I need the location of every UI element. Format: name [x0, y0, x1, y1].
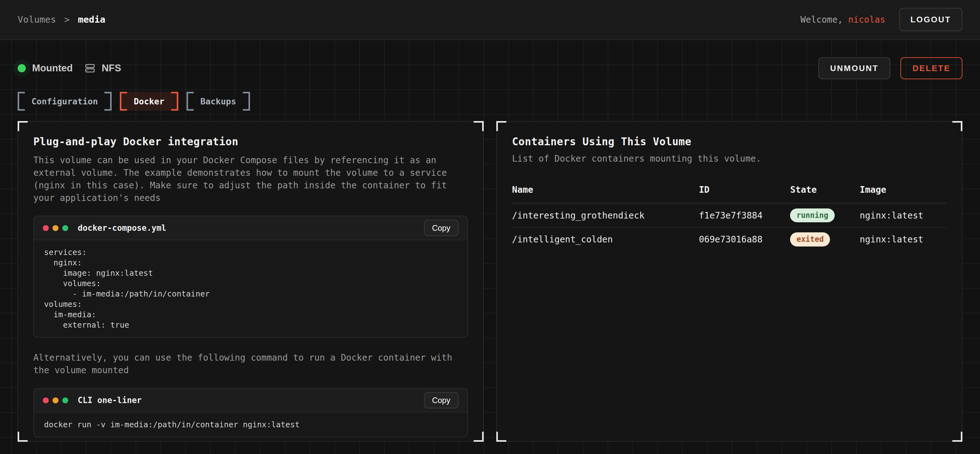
container-image: nginx:latest [860, 203, 947, 227]
panel-corner-bracket [496, 121, 506, 131]
table-row: /intelligent_colden 069e73016a88 exited … [512, 227, 947, 251]
topbar: Volumes > media Welcome, nicolas LOGOUT [0, 0, 980, 40]
cli-code-block: CLI one-liner Copy docker run -v im-medi… [33, 388, 468, 437]
breadcrumb-separator-icon: > [64, 14, 70, 25]
traffic-amber-icon [52, 225, 59, 231]
traffic-lights-icon [43, 225, 68, 231]
breadcrumb-volumes-link[interactable]: Volumes [18, 14, 56, 25]
traffic-lights-icon [43, 397, 68, 403]
driver-label: NFS [102, 63, 121, 74]
panel-corner-bracket [952, 432, 963, 442]
status-badge: exited [790, 232, 830, 246]
status-badge: running [790, 208, 834, 222]
panels: Plug-and-play Docker integration This vo… [18, 121, 963, 442]
volume-actions: UNMOUNT DELETE [818, 57, 963, 79]
mounted-status-dot-icon [18, 64, 26, 72]
docker-integration-panel: Plug-and-play Docker integration This vo… [18, 121, 484, 442]
column-header-name: Name [512, 184, 699, 203]
traffic-amber-icon [52, 397, 59, 403]
delete-button[interactable]: DELETE [900, 57, 963, 79]
compose-code: services: nginx: image: nginx:latest vol… [34, 240, 467, 337]
container-id: f1e73e7f3884 [699, 203, 790, 227]
welcome-prefix: Welcome, [800, 14, 843, 25]
unmount-button[interactable]: UNMOUNT [818, 57, 891, 79]
cli-title: CLI one-liner [78, 395, 142, 405]
welcome-text: Welcome, nicolas [800, 14, 885, 25]
status-row: Mounted NFS UNMOUNT DELETE [18, 58, 963, 79]
column-header-image: Image [860, 184, 947, 203]
panel-corner-bracket [952, 121, 963, 131]
topbar-right: Welcome, nicolas LOGOUT [800, 8, 963, 31]
cli-intro-text: Alternatively, you can use the following… [33, 351, 455, 377]
container-id: 069e73016a88 [699, 227, 790, 251]
driver-status: NFS [84, 63, 121, 74]
traffic-red-icon [43, 397, 49, 403]
column-header-id: ID [699, 184, 790, 203]
cli-copy-button[interactable]: Copy [424, 392, 458, 408]
tab-docker[interactable]: Docker [120, 92, 178, 111]
logout-button[interactable]: LOGOUT [899, 8, 963, 31]
container-image: nginx:latest [860, 227, 947, 251]
compose-copy-button[interactable]: Copy [424, 220, 458, 236]
username: nicolas [848, 14, 885, 25]
server-icon [84, 63, 95, 73]
panel-corner-bracket [474, 121, 484, 131]
volume-status: Mounted NFS [18, 63, 121, 74]
table-row: /interesting_grothendieck f1e73e7f3884 r… [512, 203, 947, 227]
containers-table-header-row: Name ID State Image [512, 184, 947, 203]
breadcrumb-current: media [78, 14, 105, 25]
mounted-status-label: Mounted [32, 63, 73, 74]
compose-code-header: docker-compose.yml Copy [34, 216, 467, 240]
tab-configuration[interactable]: Configuration [18, 92, 111, 111]
mounted-status: Mounted [18, 63, 73, 74]
containers-panel-title: Containers Using This Volume [512, 135, 947, 148]
panel-corner-bracket [18, 432, 28, 442]
traffic-green-icon [62, 397, 68, 403]
column-header-state: State [790, 184, 859, 203]
breadcrumb: Volumes > media [18, 14, 105, 25]
containers-table: Name ID State Image /interesting_grothen… [512, 184, 947, 251]
containers-panel: Containers Using This Volume List of Doc… [496, 121, 963, 442]
container-name: /intelligent_colden [512, 227, 699, 251]
tab-bar: Configuration Docker Backups [18, 92, 963, 111]
traffic-red-icon [43, 225, 49, 231]
panel-corner-bracket [496, 432, 506, 442]
panel-corner-bracket [18, 121, 28, 131]
containers-panel-subtitle: List of Docker containers mounting this … [512, 154, 947, 164]
docker-panel-title: Plug-and-play Docker integration [33, 135, 468, 148]
tab-backups[interactable]: Backups [186, 92, 250, 111]
panel-corner-bracket [474, 432, 484, 442]
container-name: /interesting_grothendieck [512, 203, 699, 227]
docker-panel-description: This volume can be used in your Docker C… [33, 154, 455, 204]
cli-code: docker run -v im-media:/path/in/containe… [34, 413, 467, 437]
main-content: Mounted NFS UNMOUNT DELETE Configuration… [0, 58, 980, 442]
cli-code-header: CLI one-liner Copy [34, 389, 467, 413]
compose-filename: docker-compose.yml [78, 223, 166, 233]
traffic-green-icon [62, 225, 68, 231]
compose-code-block: docker-compose.yml Copy services: nginx:… [33, 216, 468, 338]
